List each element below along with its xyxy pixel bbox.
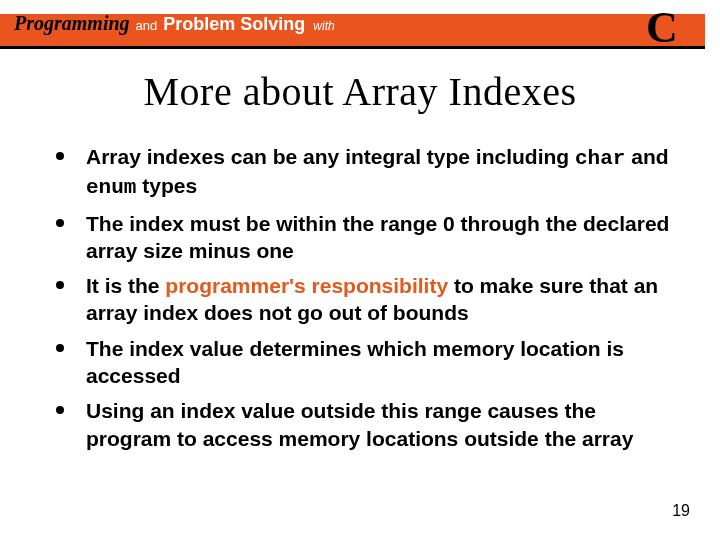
content-area: Array indexes can be any integral type i… (0, 115, 720, 452)
banner-title-group: Programming and Problem Solving with (14, 12, 335, 35)
bullet-text: It is the (86, 274, 165, 297)
code-text: char (575, 147, 625, 170)
list-item: Array indexes can be any integral type i… (46, 143, 674, 202)
slide: Programming and Problem Solving with C +… (0, 0, 720, 540)
bullet-list: Array indexes can be any integral type i… (46, 143, 674, 452)
bullet-text: Using an index value outside this range … (86, 399, 633, 449)
cpp-logo: C + + (646, 6, 690, 50)
brand-programming: Programming (14, 12, 130, 35)
bullet-text: The index must be within the range 0 thr… (86, 212, 669, 262)
brand-problem-solving: Problem Solving (163, 14, 305, 35)
bullet-text: Array indexes can be any integral type i… (86, 145, 575, 168)
brand-and: and (136, 18, 158, 33)
accent-text: programmer's responsibility (165, 274, 448, 297)
list-item: Using an index value outside this range … (46, 397, 674, 452)
bullet-text: The index value determines which memory … (86, 337, 624, 387)
list-item: The index must be within the range 0 thr… (46, 210, 674, 265)
brand-with: with (313, 19, 334, 33)
banner-underline (0, 46, 705, 49)
list-item: It is the programmer's responsibility to… (46, 272, 674, 327)
banner: Programming and Problem Solving with C +… (0, 0, 720, 64)
bullet-text: types (136, 174, 197, 197)
list-item: The index value determines which memory … (46, 335, 674, 390)
page-title: More about Array Indexes (0, 68, 720, 115)
cpp-c-letter: C (646, 6, 678, 50)
cpp-plus-icon: + + (680, 15, 690, 44)
page-number: 19 (672, 502, 690, 520)
plus-icon: + (680, 29, 690, 43)
bullet-text: and (625, 145, 668, 168)
code-text: enum (86, 176, 136, 199)
